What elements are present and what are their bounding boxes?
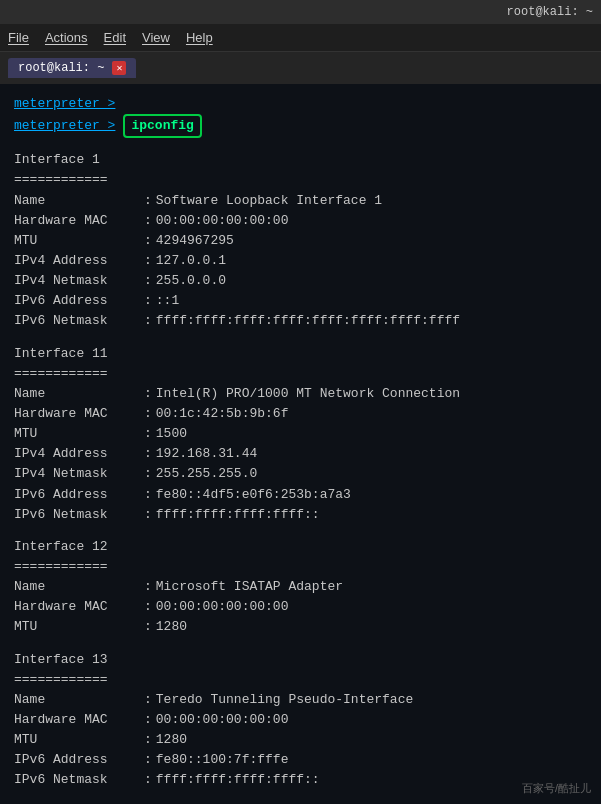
interface-12-sep: ============: [14, 557, 587, 577]
close-icon: ✕: [116, 62, 122, 74]
menu-view[interactable]: View: [142, 30, 170, 45]
menu-actions[interactable]: Actions: [45, 30, 88, 45]
if13-mtu: MTU : 1280: [14, 730, 587, 750]
interface-13-section: Interface 13 ============ Name : Teredo …: [14, 650, 587, 791]
if1-mac-val: 00:00:00:00:00:00: [156, 211, 289, 231]
if1-ipv6-val: ::1: [156, 291, 179, 311]
title-bar-text: root@kali: ~: [507, 5, 593, 19]
if1-ipv6mask-key: IPv6 Netmask: [14, 311, 144, 331]
if12-name: Name : Microsoft ISATAP Adapter: [14, 577, 587, 597]
if12-name-key: Name: [14, 577, 144, 597]
prompt-text-2: meterpreter >: [14, 116, 115, 136]
if13-mtu-val: 1280: [156, 730, 187, 750]
if11-mac-val: 00:1c:42:5b:9b:6f: [156, 404, 289, 424]
if13-ipv6mask-val: ffff:ffff:ffff:ffff::: [156, 770, 320, 790]
interface-1-sep: ============: [14, 170, 587, 190]
if13-mtu-key: MTU: [14, 730, 144, 750]
if11-ipv4-key: IPv4 Address: [14, 444, 144, 464]
if11-ipv4mask-val: 255.255.255.0: [156, 464, 257, 484]
if11-ipv6mask: IPv6 Netmask : ffff:ffff:ffff:ffff::: [14, 505, 587, 525]
if1-ipv4mask-key: IPv4 Netmask: [14, 271, 144, 291]
watermark: 百家号/酷扯儿: [522, 781, 591, 796]
interface-1-section: Interface 1 ============ Name : Software…: [14, 150, 587, 331]
if11-ipv6: IPv6 Address : fe80::4df5:e0f6:253b:a7a3: [14, 485, 587, 505]
if1-ipv6mask: IPv6 Netmask : ffff:ffff:ffff:ffff:ffff:…: [14, 311, 587, 331]
if12-mtu: MTU : 1280: [14, 617, 587, 637]
if11-ipv4: IPv4 Address : 192.168.31.44: [14, 444, 587, 464]
if1-name: Name : Software Loopback Interface 1: [14, 191, 587, 211]
interface-11-section: Interface 11 ============ Name : Intel(R…: [14, 344, 587, 525]
if13-ipv6-val: fe80::100:7f:fffe: [156, 750, 289, 770]
interface-1-title: Interface 1: [14, 150, 587, 170]
if13-ipv6: IPv6 Address : fe80::100:7f:fffe: [14, 750, 587, 770]
interface-11-title: Interface 11: [14, 344, 587, 364]
if13-name: Name : Teredo Tunneling Pseudo-Interface: [14, 690, 587, 710]
interface-11-sep: ============: [14, 364, 587, 384]
if13-ipv6mask-key: IPv6 Netmask: [14, 770, 144, 790]
menu-file[interactable]: File: [8, 30, 29, 45]
if12-mac-key: Hardware MAC: [14, 597, 144, 617]
if1-name-key: Name: [14, 191, 144, 211]
if11-ipv4mask-key: IPv4 Netmask: [14, 464, 144, 484]
if13-mac: Hardware MAC : 00:00:00:00:00:00: [14, 710, 587, 730]
if12-mac-val: 00:00:00:00:00:00: [156, 597, 289, 617]
if1-ipv4-val: 127.0.0.1: [156, 251, 226, 271]
interface-13-sep: ============: [14, 670, 587, 690]
if11-ipv6mask-val: ffff:ffff:ffff:ffff::: [156, 505, 320, 525]
if11-ipv4mask: IPv4 Netmask : 255.255.255.0: [14, 464, 587, 484]
menu-help[interactable]: Help: [186, 30, 213, 45]
command-text: ipconfig: [123, 114, 201, 138]
menu-bar: File Actions Edit View Help: [0, 24, 601, 52]
if13-name-val: Teredo Tunneling Pseudo-Interface: [156, 690, 413, 710]
if1-ipv6mask-val: ffff:ffff:ffff:ffff:ffff:ffff:ffff:ffff: [156, 311, 460, 331]
if11-mtu: MTU : 1500: [14, 424, 587, 444]
if12-mtu-val: 1280: [156, 617, 187, 637]
title-bar: root@kali: ~: [0, 0, 601, 24]
prompt-text-1: meterpreter >: [14, 96, 115, 111]
if12-mtu-key: MTU: [14, 617, 144, 637]
menu-edit[interactable]: Edit: [104, 30, 126, 45]
if1-mtu-key: MTU: [14, 231, 144, 251]
if1-mac-key: Hardware MAC: [14, 211, 144, 231]
prompt-line-2: meterpreter > ipconfig: [14, 114, 587, 138]
if13-ipv6-key: IPv6 Address: [14, 750, 144, 770]
if11-mac: Hardware MAC : 00:1c:42:5b:9b:6f: [14, 404, 587, 424]
if1-ipv6-key: IPv6 Address: [14, 291, 144, 311]
if1-ipv6: IPv6 Address : ::1: [14, 291, 587, 311]
tab-close-button[interactable]: ✕: [112, 61, 126, 75]
if11-ipv6mask-key: IPv6 Netmask: [14, 505, 144, 525]
interface-12-section: Interface 12 ============ Name : Microso…: [14, 537, 587, 638]
if11-ipv4-val: 192.168.31.44: [156, 444, 257, 464]
if11-mtu-val: 1500: [156, 424, 187, 444]
if1-ipv4: IPv4 Address : 127.0.0.1: [14, 251, 587, 271]
if1-ipv4mask-val: 255.0.0.0: [156, 271, 226, 291]
if1-mtu: MTU : 4294967295: [14, 231, 587, 251]
if11-mtu-key: MTU: [14, 424, 144, 444]
prompt-line-1[interactable]: meterpreter >: [14, 94, 587, 114]
interface-13-title: Interface 13: [14, 650, 587, 670]
if13-mac-key: Hardware MAC: [14, 710, 144, 730]
if12-name-val: Microsoft ISATAP Adapter: [156, 577, 343, 597]
if13-name-key: Name: [14, 690, 144, 710]
if12-mac: Hardware MAC : 00:00:00:00:00:00: [14, 597, 587, 617]
tab-label: root@kali: ~: [18, 61, 104, 75]
tab-bar: root@kali: ~ ✕: [0, 52, 601, 84]
interface-12-title: Interface 12: [14, 537, 587, 557]
terminal-output: meterpreter > meterpreter > ipconfig Int…: [0, 84, 601, 804]
if11-ipv6-key: IPv6 Address: [14, 485, 144, 505]
if11-ipv6-val: fe80::4df5:e0f6:253b:a7a3: [156, 485, 351, 505]
if1-ipv4mask: IPv4 Netmask : 255.0.0.0: [14, 271, 587, 291]
if1-name-val: Software Loopback Interface 1: [156, 191, 382, 211]
if11-name-val: Intel(R) PRO/1000 MT Network Connection: [156, 384, 460, 404]
if1-mtu-val: 4294967295: [156, 231, 234, 251]
if13-ipv6mask: IPv6 Netmask : ffff:ffff:ffff:ffff::: [14, 770, 587, 790]
if11-name: Name : Intel(R) PRO/1000 MT Network Conn…: [14, 384, 587, 404]
if1-mac: Hardware MAC : 00:00:00:00:00:00: [14, 211, 587, 231]
if1-ipv4-key: IPv4 Address: [14, 251, 144, 271]
if11-mac-key: Hardware MAC: [14, 404, 144, 424]
terminal-tab[interactable]: root@kali: ~ ✕: [8, 58, 136, 78]
if11-name-key: Name: [14, 384, 144, 404]
if13-mac-val: 00:00:00:00:00:00: [156, 710, 289, 730]
